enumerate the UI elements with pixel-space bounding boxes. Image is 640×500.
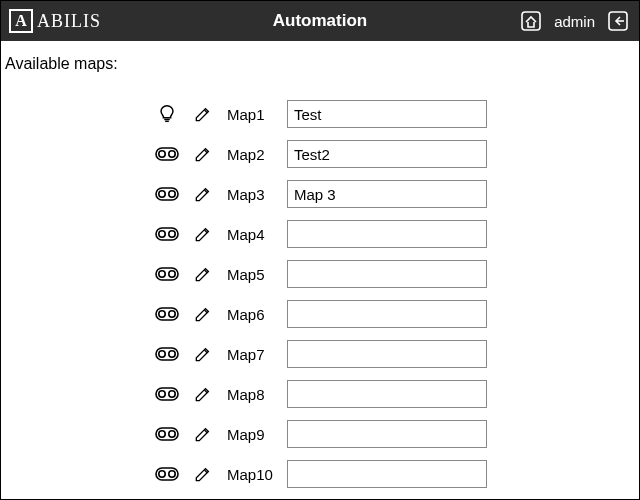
pencil-icon[interactable] [191, 462, 215, 486]
svg-point-27 [169, 431, 175, 437]
map-name-input[interactable] [287, 100, 487, 128]
toggle-icon[interactable] [155, 142, 179, 166]
toggle-icon[interactable] [155, 382, 179, 406]
map-name-input[interactable] [287, 260, 487, 288]
svg-point-21 [169, 351, 175, 357]
logo[interactable]: A ABILIS [9, 9, 101, 33]
map-row: Map4 [155, 219, 631, 249]
map-row: Map9 [155, 419, 631, 449]
bulb-icon[interactable] [155, 102, 179, 126]
map-name-input[interactable] [287, 460, 487, 488]
toggle-icon[interactable] [155, 302, 179, 326]
toggle-icon[interactable] [155, 222, 179, 246]
pencil-icon[interactable] [191, 182, 215, 206]
svg-point-14 [159, 271, 165, 277]
map-label: Map2 [227, 146, 275, 163]
map-name-input[interactable] [287, 140, 487, 168]
map-label: Map5 [227, 266, 275, 283]
toggle-icon[interactable] [155, 342, 179, 366]
svg-point-30 [169, 471, 175, 477]
svg-point-26 [159, 431, 165, 437]
toggle-icon[interactable] [155, 462, 179, 486]
map-label: Map3 [227, 186, 275, 203]
svg-point-17 [159, 311, 165, 317]
svg-point-9 [169, 191, 175, 197]
map-row: Map3 [155, 179, 631, 209]
map-label: Map1 [227, 106, 275, 123]
map-name-input[interactable] [287, 300, 487, 328]
logo-mark-icon: A [9, 9, 33, 33]
svg-point-12 [169, 231, 175, 237]
logo-text: ABILIS [37, 11, 101, 32]
user-label: admin [554, 13, 595, 30]
map-row: Map5 [155, 259, 631, 289]
pencil-icon[interactable] [191, 422, 215, 446]
svg-point-15 [169, 271, 175, 277]
map-row: Map6 [155, 299, 631, 329]
map-label: Map6 [227, 306, 275, 323]
map-label: Map10 [227, 466, 275, 483]
toggle-icon[interactable] [155, 262, 179, 286]
svg-point-24 [169, 391, 175, 397]
svg-point-5 [159, 151, 165, 157]
svg-point-8 [159, 191, 165, 197]
map-name-input[interactable] [287, 340, 487, 368]
map-row: Map8 [155, 379, 631, 409]
map-row: Map10 [155, 459, 631, 489]
pencil-icon[interactable] [191, 262, 215, 286]
map-label: Map8 [227, 386, 275, 403]
pencil-icon[interactable] [191, 102, 215, 126]
page-title: Automation [273, 11, 367, 31]
pencil-icon[interactable] [191, 222, 215, 246]
home-icon[interactable] [518, 8, 544, 34]
header-right: admin [518, 8, 631, 34]
toggle-icon[interactable] [155, 182, 179, 206]
svg-point-29 [159, 471, 165, 477]
svg-point-20 [159, 351, 165, 357]
map-name-input[interactable] [287, 380, 487, 408]
pencil-icon[interactable] [191, 382, 215, 406]
map-name-input[interactable] [287, 220, 487, 248]
content: Available maps: Map1Map2Map3Map4Map5Map6… [1, 41, 639, 497]
svg-point-11 [159, 231, 165, 237]
svg-point-23 [159, 391, 165, 397]
maps-list: Map1Map2Map3Map4Map5Map6Map7Map8Map9Map1… [5, 99, 631, 489]
map-label: Map4 [227, 226, 275, 243]
pencil-icon[interactable] [191, 142, 215, 166]
map-row: Map1 [155, 99, 631, 129]
toggle-icon[interactable] [155, 422, 179, 446]
map-row: Map7 [155, 339, 631, 369]
header: A ABILIS Automation admin [1, 1, 639, 41]
svg-point-18 [169, 311, 175, 317]
section-label: Available maps: [5, 55, 631, 73]
map-name-input[interactable] [287, 180, 487, 208]
pencil-icon[interactable] [191, 342, 215, 366]
map-label: Map7 [227, 346, 275, 363]
svg-point-6 [169, 151, 175, 157]
map-label: Map9 [227, 426, 275, 443]
pencil-icon[interactable] [191, 302, 215, 326]
logout-icon[interactable] [605, 8, 631, 34]
map-name-input[interactable] [287, 420, 487, 448]
map-row: Map2 [155, 139, 631, 169]
